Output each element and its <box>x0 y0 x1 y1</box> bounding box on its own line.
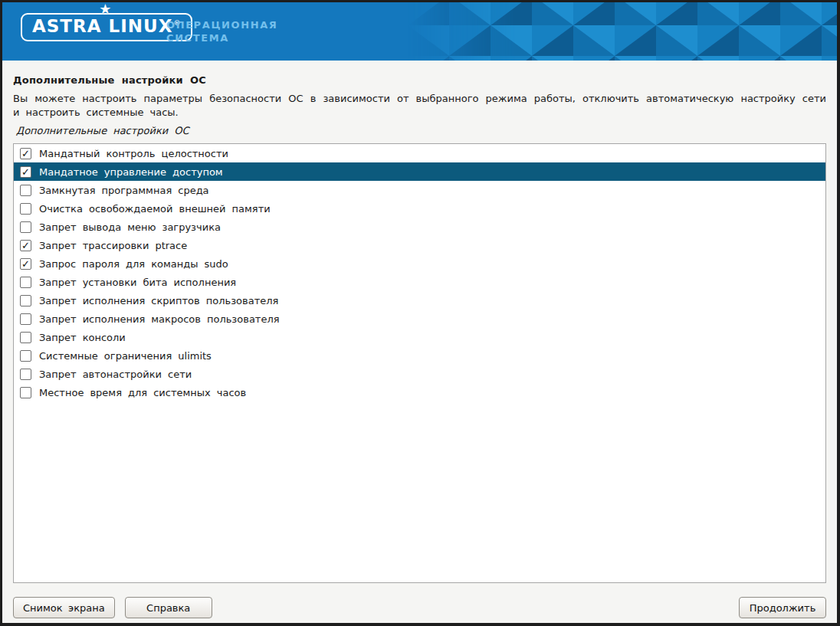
option-row[interactable]: Запрет консоли <box>14 328 825 346</box>
subtitle-line-1: ОПЕРАЦИОННАЯ <box>166 18 277 31</box>
checkbox-icon[interactable]: ✓ <box>20 148 31 159</box>
subtitle-line-2: СИСТЕМА <box>166 31 277 44</box>
option-label: Запрет автонастройки сети <box>39 369 192 380</box>
option-row[interactable]: Местное время для системных часов <box>14 383 825 401</box>
page-description: Вы можете настроить параметры безопаснос… <box>13 92 826 120</box>
option-row[interactable]: Запрет установки бита исполнения <box>14 273 825 291</box>
checkbox-icon[interactable] <box>20 221 31 233</box>
option-label: Мандатное управление доступом <box>39 166 223 178</box>
option-row[interactable]: Очистка освобождаемой внешней памяти <box>14 199 825 218</box>
footer-spacer <box>222 597 729 618</box>
option-label: Запрет установки бита исполнения <box>39 277 236 288</box>
page-title: Дополнительные настройки ОС <box>13 74 826 86</box>
option-row[interactable]: Замкнутая программная среда <box>14 181 825 199</box>
star-icon: ★ <box>99 2 111 16</box>
header-banner: ★ ASTRA LINUX® ОПЕРАЦИОННАЯ СИСТЕМА <box>2 2 837 61</box>
checkbox-icon[interactable] <box>20 313 31 325</box>
header-subtitle: ОПЕРАЦИОННАЯ СИСТЕМА <box>166 18 277 44</box>
options-list: ✓ Мандатный контроль целостности ✓ Манда… <box>13 143 826 583</box>
checkbox-icon[interactable] <box>20 185 31 196</box>
checkbox-icon[interactable]: ✓ <box>20 258 31 270</box>
checkbox-icon[interactable] <box>20 332 31 343</box>
option-label: Системные ограничения ulimits <box>39 350 212 362</box>
option-label: Очистка освобождаемой внешней памяти <box>39 203 271 215</box>
option-label: Запрет консоли <box>39 332 126 343</box>
option-label: Запрет исполнения скриптов пользователя <box>39 295 278 306</box>
option-row[interactable]: Запрет автонастройки сети <box>14 365 825 383</box>
checkbox-icon[interactable] <box>20 295 31 306</box>
header-diamond-pattern <box>408 2 837 61</box>
checkbox-icon[interactable] <box>20 277 31 288</box>
option-label: Запрос пароля для команды sudo <box>39 258 228 270</box>
option-row[interactable]: ✓ Запрет трассировки ptrace <box>14 236 825 254</box>
option-row[interactable]: ✓ Мандатный контроль целостности <box>14 144 825 162</box>
checkbox-icon[interactable]: ✓ <box>20 166 31 178</box>
option-row[interactable]: Запрет исполнения скриптов пользователя <box>14 291 825 310</box>
button-bar: Снимок экрана Справка Продолжить <box>13 597 826 618</box>
option-label: Запрет исполнения макросов пользователя <box>39 313 280 325</box>
option-row[interactable]: ✓ Мандатное управление доступом <box>14 162 825 181</box>
checkbox-icon[interactable] <box>20 203 31 215</box>
continue-button[interactable]: Продолжить <box>739 597 826 618</box>
option-row[interactable]: Запрет вывода меню загрузчика <box>14 218 825 236</box>
option-label: Запрет вывода меню загрузчика <box>39 221 221 233</box>
option-row[interactable]: ✓ Запрос пароля для команды sudo <box>14 254 825 273</box>
option-label: Замкнутая программная среда <box>39 185 209 196</box>
screenshot-button[interactable]: Снимок экрана <box>13 597 115 618</box>
checkbox-icon[interactable]: ✓ <box>20 240 31 251</box>
installer-window: ★ ASTRA LINUX® ОПЕРАЦИОННАЯ СИСТЕМА Допо… <box>2 2 837 623</box>
checkbox-icon[interactable] <box>20 387 31 398</box>
option-label: Мандатный контроль целостности <box>39 148 228 159</box>
option-row[interactable]: Запрет исполнения макросов пользователя <box>14 310 825 328</box>
logo-text: ASTRA LINUX <box>32 16 172 36</box>
content-area: Дополнительные настройки ОС Вы можете на… <box>2 74 837 583</box>
option-label: Запрет трассировки ptrace <box>39 240 187 251</box>
list-caption: Дополнительные настройки ОС <box>13 125 826 138</box>
option-label: Местное время для системных часов <box>39 387 246 398</box>
help-button[interactable]: Справка <box>125 597 212 618</box>
checkbox-icon[interactable] <box>20 369 31 380</box>
option-row[interactable]: Системные ограничения ulimits <box>14 346 825 365</box>
checkbox-icon[interactable] <box>20 350 31 362</box>
